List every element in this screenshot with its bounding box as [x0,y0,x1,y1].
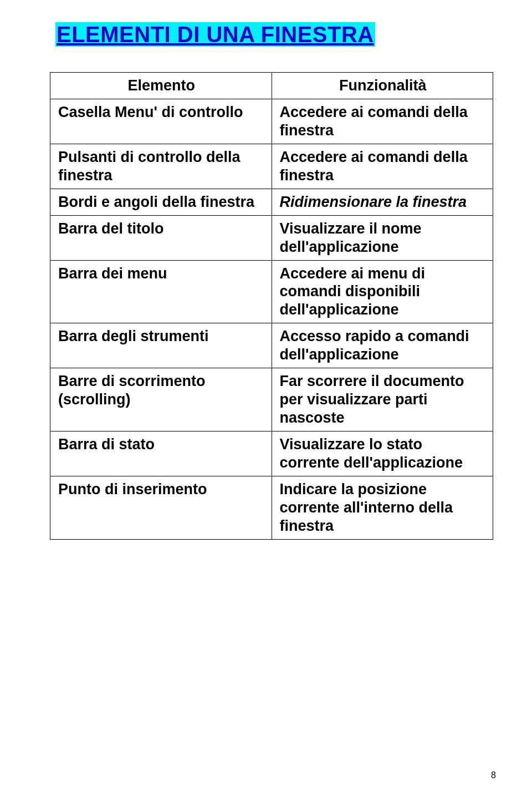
title-wrap: ELEMENTI DI UNA FINESTRA [55,22,493,47]
cell-funzionalita: Accedere ai comandi della finestra [272,144,493,189]
cell-elemento: Casella Menu' di controllo [50,99,272,144]
cell-elemento: Barra dei menu [50,260,272,323]
table-row: Pulsanti di controllo della finestra Acc… [50,144,493,189]
cell-funzionalita: Accedere ai comandi della finestra [272,99,493,144]
table-row: Casella Menu' di controllo Accedere ai c… [50,99,493,144]
header-elemento: Elemento [50,73,272,99]
cell-elemento: Barra degli strumenti [50,323,272,368]
table-row: Barre di scorrimento (scrolling) Far sco… [50,368,493,432]
table-row: Bordi e angoli della finestra Ridimensio… [50,189,493,215]
cell-elemento: Barra di stato [50,432,272,476]
cell-elemento: Punto di inserimento [50,476,272,539]
cell-elemento: Barra del titolo [50,215,272,260]
cell-funzionalita: Visualizzare lo stato corrente dell'appl… [272,432,493,476]
page-title: ELEMENTI DI UNA FINESTRA [55,22,375,47]
page: ELEMENTI DI UNA FINESTRA Elemento Funzio… [0,0,532,797]
header-funzionalita: Funzionalità [272,73,493,99]
table-row: Barra dei menu Accedere ai menu di coman… [50,260,493,323]
table-row: Punto di inserimento Indicare la posizio… [50,476,493,539]
cell-funzionalita: Visualizzare il nome dell'applicazione [272,215,493,260]
cell-elemento: Barre di scorrimento (scrolling) [50,368,272,432]
table-header-row: Elemento Funzionalità [50,73,493,99]
cell-funzionalita: Far scorrere il documento per visualizza… [272,368,493,432]
page-number: 8 [491,770,496,780]
elements-table: Elemento Funzionalità Casella Menu' di c… [50,72,493,540]
table-row: Barra del titolo Visualizzare il nome de… [50,215,493,260]
cell-funzionalita: Ridimensionare la finestra [272,189,493,215]
cell-funzionalita: Accedere ai menu di comandi disponibili … [272,260,493,323]
table-row: Barra degli strumenti Accesso rapido a c… [50,323,493,368]
cell-elemento: Pulsanti di controllo della finestra [50,144,272,189]
cell-funzionalita: Accesso rapido a comandi dell'applicazio… [272,323,493,368]
cell-elemento: Bordi e angoli della finestra [50,189,272,215]
cell-funzionalita: Indicare la posizione corrente all'inter… [272,476,493,539]
table-row: Barra di stato Visualizzare lo stato cor… [50,432,493,476]
